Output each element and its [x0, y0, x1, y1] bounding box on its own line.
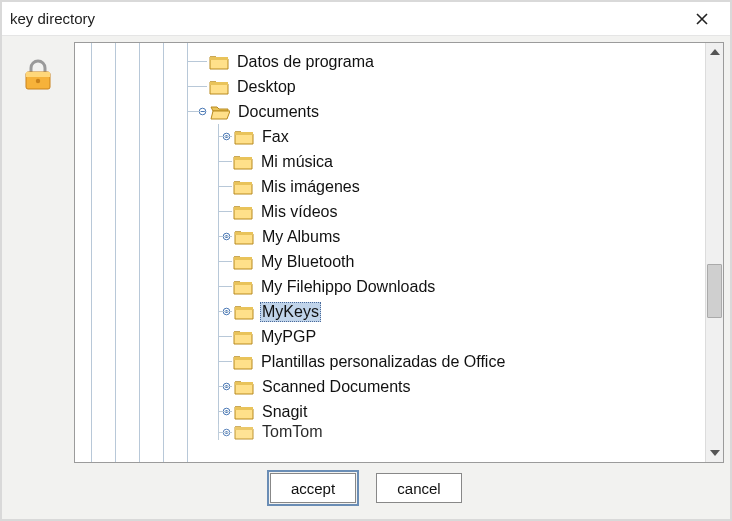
- svg-rect-21: [234, 332, 252, 335]
- tree-item[interactable]: My Bluetooth: [75, 249, 705, 274]
- folder-icon: [209, 79, 229, 95]
- tree-item[interactable]: Desktop: [75, 74, 705, 99]
- scroll-down-button[interactable]: [706, 444, 723, 462]
- tree-item[interactable]: Documents: [75, 99, 705, 124]
- svg-rect-25: [235, 382, 253, 385]
- tree-item-label[interactable]: TomTom: [260, 424, 324, 440]
- tree-item[interactable]: Datos de programa: [75, 49, 705, 74]
- svg-rect-16: [234, 257, 252, 260]
- tree-item[interactable]: My Albums: [75, 224, 705, 249]
- svg-point-2: [36, 79, 40, 83]
- tree-item[interactable]: Mi música: [75, 149, 705, 174]
- svg-rect-17: [234, 282, 252, 285]
- icon-column: [8, 42, 68, 463]
- scroll-up-button[interactable]: [706, 43, 723, 61]
- folder-open-icon: [210, 104, 230, 120]
- folder-icon: [234, 304, 254, 320]
- directory-tree-panel: Datos de programaDesktopDocumentsFaxMi m…: [74, 42, 724, 463]
- tree-item[interactable]: Scanned Documents: [75, 374, 705, 399]
- tree-item[interactable]: Fax: [75, 124, 705, 149]
- scrollbar-thumb[interactable]: [707, 264, 722, 318]
- tree-item[interactable]: My Filehippo Downloads: [75, 274, 705, 299]
- scrollbar-track[interactable]: [706, 61, 723, 444]
- chevron-down-icon: [710, 450, 720, 456]
- folder-icon: [234, 229, 254, 245]
- lock-icon: [19, 56, 57, 94]
- svg-rect-15: [235, 232, 253, 235]
- close-icon: [696, 13, 708, 25]
- tree-item-label[interactable]: Datos de programa: [235, 53, 376, 71]
- tree-item[interactable]: Mis imágenes: [75, 174, 705, 199]
- cancel-button[interactable]: cancel: [376, 473, 462, 503]
- folder-icon: [233, 179, 253, 195]
- button-row: accept cancel: [8, 463, 724, 513]
- svg-rect-9: [235, 132, 253, 135]
- svg-rect-22: [234, 357, 252, 360]
- tree-item-label[interactable]: My Filehippo Downloads: [259, 278, 437, 296]
- tree-viewport[interactable]: Datos de programaDesktopDocumentsFaxMi m…: [75, 43, 705, 462]
- folder-icon: [233, 254, 253, 270]
- dialog-body: Datos de programaDesktopDocumentsFaxMi m…: [2, 36, 730, 519]
- folder-icon: [234, 404, 254, 420]
- svg-rect-12: [234, 207, 252, 210]
- svg-rect-3: [210, 57, 228, 60]
- folder-icon: [234, 379, 254, 395]
- tree-item-label[interactable]: My Albums: [260, 228, 342, 246]
- svg-rect-1: [26, 72, 50, 77]
- tree-item-label[interactable]: MyPGP: [259, 328, 318, 346]
- folder-icon: [209, 54, 229, 70]
- folder-icon: [233, 204, 253, 220]
- tree-item-label[interactable]: Desktop: [235, 78, 298, 96]
- tree-item-label[interactable]: Mi música: [259, 153, 335, 171]
- directory-tree: Datos de programaDesktopDocumentsFaxMi m…: [75, 49, 705, 440]
- vertical-scrollbar[interactable]: [705, 43, 723, 462]
- folder-icon: [233, 279, 253, 295]
- tree-item-label[interactable]: Fax: [260, 128, 291, 146]
- tree-item[interactable]: MyPGP: [75, 324, 705, 349]
- svg-rect-4: [210, 82, 228, 85]
- tree-item[interactable]: MyKeys: [75, 299, 705, 324]
- svg-rect-11: [234, 182, 252, 185]
- tree-item-label[interactable]: My Bluetooth: [259, 253, 356, 271]
- tree-item[interactable]: TomTom: [75, 424, 705, 440]
- tree-item-label[interactable]: Scanned Documents: [260, 378, 413, 396]
- folder-icon: [233, 154, 253, 170]
- svg-rect-31: [235, 427, 253, 430]
- tree-item-label[interactable]: Snagit: [260, 403, 309, 421]
- tree-item-label[interactable]: Mis imágenes: [259, 178, 362, 196]
- tree-item[interactable]: Snagit: [75, 399, 705, 424]
- folder-icon: [233, 354, 253, 370]
- main-row: Datos de programaDesktopDocumentsFaxMi m…: [8, 42, 724, 463]
- folder-icon: [234, 424, 254, 440]
- tree-item[interactable]: Plantillas personalizadas de Office: [75, 349, 705, 374]
- folder-icon: [234, 129, 254, 145]
- tree-item-label[interactable]: Mis vídeos: [259, 203, 339, 221]
- svg-rect-28: [235, 407, 253, 410]
- tree-item-label[interactable]: Documents: [236, 103, 321, 121]
- tree-item-label[interactable]: Plantillas personalizadas de Office: [259, 353, 507, 371]
- accept-button[interactable]: accept: [270, 473, 356, 503]
- dialog-window: key directory Datos de programaDesktopDo: [0, 0, 732, 521]
- svg-rect-10: [234, 157, 252, 160]
- window-title: key directory: [10, 10, 682, 27]
- title-bar: key directory: [2, 2, 730, 36]
- close-button[interactable]: [682, 5, 722, 33]
- folder-icon: [233, 329, 253, 345]
- tree-item-label[interactable]: MyKeys: [260, 302, 321, 322]
- tree-item[interactable]: Mis vídeos: [75, 199, 705, 224]
- chevron-up-icon: [710, 49, 720, 55]
- svg-rect-20: [235, 307, 253, 310]
